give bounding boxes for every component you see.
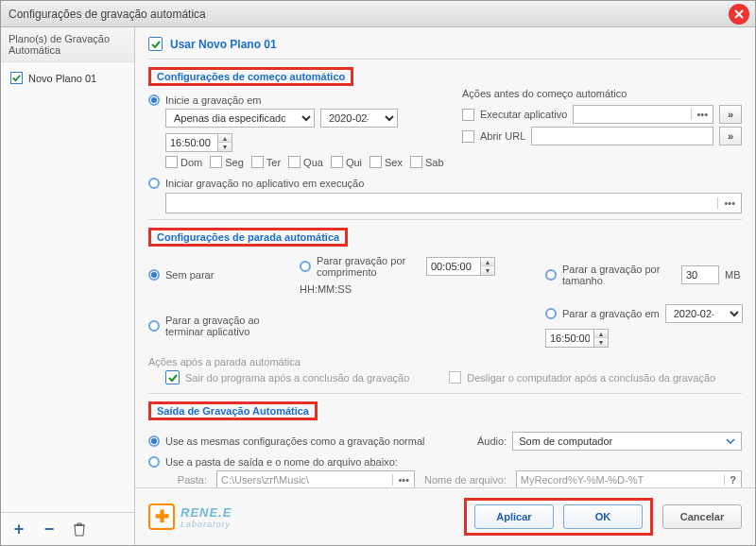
- window: Configurações de gravação automática Pla…: [0, 0, 756, 546]
- radio-stop-at[interactable]: [545, 308, 557, 319]
- run-app-browse[interactable]: •••: [691, 109, 713, 120]
- stop-time-input[interactable]: [546, 330, 593, 347]
- main: Usar Novo Plano 01 Configurações de come…: [135, 27, 755, 545]
- close-button[interactable]: [729, 4, 749, 25]
- auto-stop-title: Configurações de parada automática: [148, 228, 348, 247]
- radio-start-in-app[interactable]: [148, 178, 160, 189]
- folder-browse[interactable]: •••: [392, 474, 414, 486]
- body: Plano(s) de Gravação Automática Novo Pla…: [1, 27, 755, 545]
- auto-start-title: Configurações de começo automático: [148, 67, 353, 86]
- check-icon: [167, 372, 179, 384]
- audio-value: Som de computador: [519, 435, 612, 447]
- shutdown-checkbox[interactable]: [449, 371, 461, 384]
- start-date-select[interactable]: 2020-02-14: [320, 109, 398, 128]
- spin-up-icon[interactable]: ▲: [594, 330, 608, 338]
- window-title: Configurações de gravação automática: [9, 8, 206, 21]
- day-seg[interactable]: [210, 156, 222, 168]
- use-plan-checkbox[interactable]: [148, 37, 163, 51]
- spin-up-icon[interactable]: ▲: [481, 258, 494, 266]
- filename-input[interactable]: [517, 471, 724, 487]
- remove-plan-button[interactable]: −: [41, 520, 58, 537]
- radio-stop-size[interactable]: [545, 269, 557, 281]
- folder-field: •••: [216, 470, 415, 487]
- exit-after-checkbox[interactable]: [165, 370, 180, 384]
- after-stop-title: Ações após a parada automática: [148, 356, 742, 367]
- day-sex[interactable]: [369, 156, 382, 168]
- run-app-input[interactable]: [574, 106, 691, 123]
- plan-label: Novo Plano 01: [28, 73, 96, 84]
- stop-size-input[interactable]: [681, 265, 719, 284]
- brand-line1: RENE.E: [180, 505, 232, 520]
- custom-output-label: Use a pasta de saída e o nome do arquivo…: [165, 456, 398, 468]
- start-time-input[interactable]: [166, 134, 217, 151]
- start-app-browse[interactable]: •••: [717, 197, 741, 209]
- spin-up-icon[interactable]: ▲: [218, 134, 232, 143]
- open-url-more[interactable]: »: [719, 127, 742, 145]
- start-time-spinner[interactable]: ▲▼: [165, 133, 232, 152]
- open-url-input[interactable]: [532, 128, 713, 145]
- run-app-checkbox[interactable]: [462, 109, 474, 121]
- size-unit: MB: [725, 269, 741, 281]
- shutdown-label: Desligar o computador após a conclusão d…: [467, 372, 715, 384]
- open-url-field: [531, 127, 713, 145]
- radio-no-stop[interactable]: [148, 269, 160, 281]
- close-icon: [733, 9, 745, 20]
- use-plan-row: Usar Novo Plano 01: [148, 37, 742, 51]
- filename-help[interactable]: ?: [724, 474, 741, 486]
- open-url-checkbox[interactable]: [462, 130, 474, 143]
- day-ter[interactable]: [251, 156, 264, 168]
- spin-down-icon[interactable]: ▼: [218, 143, 232, 151]
- brand-line2: Laboratory: [180, 520, 232, 529]
- start-app-field: •••: [165, 193, 742, 213]
- plan-checkbox[interactable]: [10, 72, 23, 84]
- open-url-label: Abrir URL: [480, 130, 525, 142]
- audio-select[interactable]: Som de computador: [512, 432, 742, 451]
- days-row: Dom Seg Ter Qua Qui Sex Sab: [165, 156, 451, 168]
- stop-app-label: Parar a gravação ao terminar aplicativo: [165, 315, 298, 337]
- ok-button[interactable]: OK: [563, 504, 643, 529]
- stop-time-spinner[interactable]: ▲▼: [545, 329, 609, 348]
- section-auto-stop: Configurações de parada automática Sem p…: [148, 219, 742, 393]
- no-stop-label: Sem parar: [165, 269, 214, 281]
- start-in-app-label: Iniciar gravação no aplicativo em execuç…: [165, 178, 364, 189]
- audio-label: Áudio:: [477, 435, 507, 447]
- run-app-more[interactable]: »: [719, 105, 742, 124]
- radio-start-at[interactable]: [148, 94, 160, 106]
- radio-stop-length[interactable]: [300, 261, 311, 272]
- use-plan-label: Usar Novo Plano 01: [170, 38, 277, 51]
- sidebar: Plano(s) de Gravação Automática Novo Pla…: [1, 27, 135, 545]
- section-output: Saída de Gravação Automática Use as mesm…: [148, 393, 742, 487]
- start-mode-select[interactable]: Apenas dia especificado: [165, 109, 315, 128]
- stop-date-select[interactable]: 2020-02-14: [665, 304, 743, 323]
- spin-down-icon[interactable]: ▼: [481, 266, 494, 275]
- start-app-input[interactable]: [166, 194, 717, 213]
- stop-at-label: Parar a gravação em: [562, 308, 660, 319]
- main-scroll[interactable]: Usar Novo Plano 01 Configurações de come…: [135, 27, 755, 487]
- delete-plan-button[interactable]: [71, 520, 88, 537]
- day-qui[interactable]: [331, 156, 343, 168]
- output-title: Saída de Gravação Automática: [148, 401, 318, 420]
- add-plan-button[interactable]: +: [10, 520, 27, 537]
- radio-same-output[interactable]: [148, 435, 160, 447]
- apply-button[interactable]: Aplicar: [474, 504, 554, 529]
- run-app-label: Executar aplicativo: [480, 109, 567, 120]
- start-at-label: Inicie a gravação em: [165, 94, 262, 106]
- day-dom[interactable]: [165, 156, 178, 168]
- brand-badge-icon: ✚: [148, 503, 175, 530]
- titlebar: Configurações de gravação automática: [1, 1, 755, 27]
- filename-label: Nome de arquivo:: [424, 474, 507, 486]
- stop-length-input[interactable]: [427, 258, 480, 275]
- spin-down-icon[interactable]: ▼: [594, 338, 608, 347]
- sidebar-header: Plano(s) de Gravação Automática: [1, 27, 134, 62]
- day-sab[interactable]: [410, 156, 422, 168]
- stop-length-spinner[interactable]: ▲▼: [426, 257, 495, 276]
- radio-custom-output[interactable]: [148, 456, 160, 468]
- chevron-down-icon: [726, 436, 735, 446]
- folder-label: Pasta:: [165, 474, 207, 486]
- plan-item[interactable]: Novo Plano 01: [1, 66, 134, 90]
- radio-stop-app[interactable]: [148, 320, 160, 332]
- exit-after-label: Sair do programa após a conclusão da gra…: [185, 372, 409, 384]
- cancel-button[interactable]: Cancelar: [662, 504, 742, 529]
- folder-input[interactable]: [217, 471, 392, 487]
- day-qua[interactable]: [288, 156, 301, 168]
